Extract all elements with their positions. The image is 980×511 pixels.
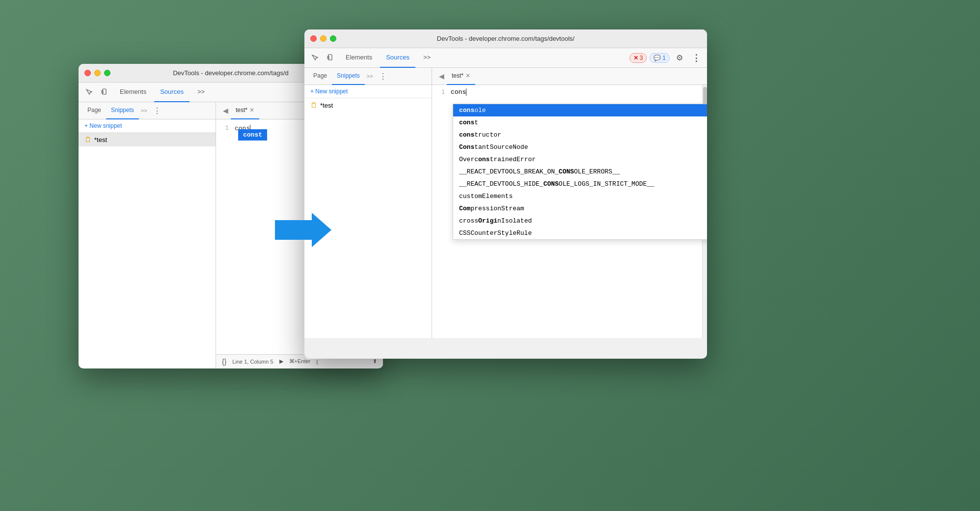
fg-autocomplete-item-csscounterstyle[interactable]: CSSCounterStyleRule <box>453 227 707 239</box>
fg-ac-constructor-bold: cons <box>459 131 474 139</box>
fg-autocomplete-item-const[interactable]: const <box>453 116 707 129</box>
bg-new-snippet-btn[interactable]: + New snippet <box>79 119 216 133</box>
fg-autocomplete-item-overconstrainederror[interactable]: OverconstrainedError <box>453 153 707 166</box>
fg-tab-more[interactable]: >> <box>417 48 436 68</box>
bg-editor-tab-close[interactable]: ✕ <box>249 107 254 114</box>
bg-editor-back[interactable]: ◀ <box>220 105 231 116</box>
fg-panel-tab-page[interactable]: Page <box>308 68 332 85</box>
fg-editor-panel: ◀ test* ✕ 1 cons <box>432 68 707 338</box>
fg-ac-cs-bold: Com <box>459 205 470 212</box>
bg-status-shortcut: ⌘+Enter <box>289 358 311 365</box>
fg-error-badge[interactable]: ✕ 3 <box>629 53 647 63</box>
bg-snippet-item-test[interactable]: 🗒 *test <box>79 133 216 146</box>
fg-autocomplete-item-crossoriginisolated[interactable]: crossOriginIsolated <box>453 215 707 227</box>
fg-toolbar: Elements Sources >> ✕ 3 💬 1 ⚙ ⋮ <box>304 48 707 68</box>
fg-editor-tabs: ◀ test* ✕ <box>432 68 707 85</box>
bg-panel-tab-snippets[interactable]: Snippets <box>106 102 139 119</box>
fg-ac-console-rest: ole <box>474 107 486 114</box>
fg-cursor <box>466 88 466 96</box>
fg-editor-body: 1 cons console const <box>432 85 707 338</box>
fg-panel-tabs: Page Snippets >> ⋮ <box>304 68 432 85</box>
bg-minimize-button[interactable] <box>94 70 101 76</box>
fg-minimize-button[interactable] <box>320 35 327 42</box>
fg-error-count: 3 <box>640 55 643 61</box>
fg-device-icon[interactable] <box>324 51 338 65</box>
fg-line-code: cons <box>451 88 466 96</box>
fg-ac-rb-prefix: __REACT_DEVTOOLS_BREAK_ON_ <box>459 168 559 175</box>
fg-ac-const-bold: cons <box>459 119 474 126</box>
bg-editor-tab-test[interactable]: test* ✕ <box>231 102 259 119</box>
fg-autocomplete-item-constructor[interactable]: constructor <box>453 129 707 141</box>
fg-comment-count: 1 <box>662 55 666 61</box>
fg-title-bar: DevTools - developer.chrome.com/tags/dev… <box>304 29 707 48</box>
fg-ac-oce-prefix: Overc <box>459 156 478 163</box>
bg-tab-more[interactable]: >> <box>191 83 211 102</box>
fg-tab-sources[interactable]: Sources <box>380 48 415 68</box>
fg-autocomplete-item-customelements[interactable]: customElements <box>453 190 707 202</box>
fg-ac-rb-bold: CONS <box>559 168 574 175</box>
fg-ac-coi-rest: nIsolated <box>497 217 532 225</box>
fg-ac-oce-rest: trainedError <box>490 156 536 163</box>
arrow-svg <box>275 210 334 250</box>
fg-settings-icon[interactable]: ⚙ <box>673 51 686 65</box>
fg-ac-ce-text: customElements <box>459 193 513 200</box>
fg-toolbar-right: ✕ 3 💬 1 ⚙ ⋮ <box>629 51 703 65</box>
fg-autocomplete-item-react-hide[interactable]: __REACT_DEVTOOLS_HIDE_CONSOLE_LOGS_IN_ST… <box>453 178 707 190</box>
bg-close-button[interactable] <box>84 70 91 76</box>
fg-traffic-lights <box>310 35 336 42</box>
fg-ac-csn-rest: tantSourceNode <box>474 143 528 151</box>
fg-error-x-icon: ✕ <box>633 55 638 61</box>
bg-file-icon: 🗒 <box>84 136 91 143</box>
fg-ac-constructor-rest: tructor <box>474 131 501 139</box>
bg-panel-tab-page[interactable]: Page <box>82 102 106 119</box>
fg-maximize-button[interactable] <box>330 35 336 42</box>
fg-ac-const-rest: t <box>474 119 478 126</box>
fg-ac-coi-bold: Origi <box>478 217 497 225</box>
bg-status-image: ⬆ <box>373 358 377 365</box>
fg-window-title: DevTools - developer.chrome.com/tags/dev… <box>437 35 574 42</box>
bg-status-braces: {} <box>222 358 226 366</box>
fg-editor-code-area: 1 cons console const <box>432 85 702 338</box>
fg-close-button[interactable] <box>310 35 317 42</box>
fg-autocomplete-item-constantsourcenode[interactable]: ConstantSourceNode <box>453 141 707 153</box>
fg-editor-tab-test[interactable]: test* ✕ <box>447 68 475 85</box>
bg-panel-tabs: Page Snippets >> ⋮ <box>79 102 216 119</box>
bg-window-title: DevTools - developer.chrome.com/tags/d <box>173 69 289 77</box>
fg-new-snippet-btn[interactable]: + New snippet <box>304 85 432 98</box>
bg-panel-menu[interactable]: ⋮ <box>150 105 164 116</box>
fg-ac-oce-bold: ons <box>478 156 490 163</box>
fg-ac-csn-bold: Cons <box>459 143 474 151</box>
bg-autocomplete-hint: const <box>238 129 267 141</box>
bg-device-icon[interactable] <box>98 85 112 99</box>
svg-marker-2 <box>275 213 331 247</box>
fg-panel-tab-snippets[interactable]: Snippets <box>332 68 365 85</box>
fg-comment-icon: 💬 <box>653 55 661 61</box>
bg-inspect-icon[interactable] <box>82 85 96 99</box>
bg-status-run[interactable]: ▶ <box>279 358 283 365</box>
bg-panel-tab-more[interactable]: >> <box>139 106 149 115</box>
bg-status-position: Line 1, Column 5 <box>232 359 273 365</box>
fg-tab-elements[interactable]: Elements <box>340 48 378 68</box>
fg-ac-rh-rest: OLE_LOGS_IN_STRICT_MODE__ <box>559 180 654 188</box>
fg-line-number: 1 <box>436 88 451 95</box>
bg-left-panel: Page Snippets >> ⋮ + New snippet 🗒 *test <box>79 102 216 368</box>
fg-autocomplete-item-compressionstream[interactable]: CompressionStream <box>453 202 707 215</box>
fg-file-item[interactable]: 🗒 *test <box>304 98 432 112</box>
bg-tab-elements[interactable]: Elements <box>114 83 152 102</box>
fg-editor-tab-close[interactable]: ✕ <box>465 72 470 79</box>
fg-comment-badge[interactable]: 💬 1 <box>650 53 670 63</box>
fg-autocomplete-item-console[interactable]: console <box>453 104 707 116</box>
fg-panel-tab-more[interactable]: >> <box>365 71 375 81</box>
bg-tab-sources[interactable]: Sources <box>154 83 190 102</box>
fg-editor-back[interactable]: ◀ <box>436 71 447 82</box>
bg-status-paren: ( <box>316 359 318 365</box>
fg-editor-line-1: 1 cons <box>432 85 702 95</box>
fg-more-icon[interactable]: ⋮ <box>689 51 703 65</box>
fg-inspect-icon[interactable] <box>308 51 322 65</box>
foreground-devtools-window: DevTools - developer.chrome.com/tags/dev… <box>304 29 707 359</box>
fg-ac-rb-rest: OLE_ERRORS__ <box>574 168 620 175</box>
fg-autocomplete-item-react-break[interactable]: __REACT_DEVTOOLS_BREAK_ON_CONSOLE_ERRORS… <box>453 166 707 178</box>
fg-file-label: *test <box>320 102 333 109</box>
bg-maximize-button[interactable] <box>104 70 110 76</box>
fg-panel-menu[interactable]: ⋮ <box>376 71 390 82</box>
